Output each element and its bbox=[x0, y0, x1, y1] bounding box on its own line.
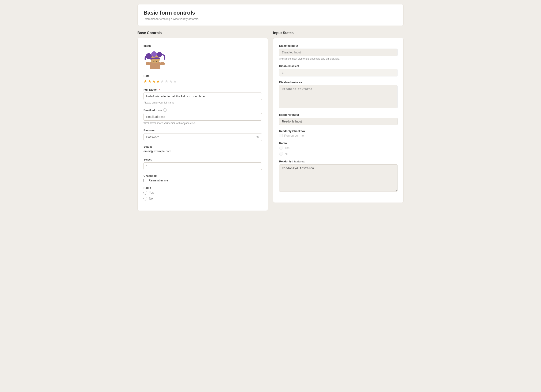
checkbox-wrapper: Remember me bbox=[144, 179, 262, 182]
svg-rect-1 bbox=[146, 62, 150, 65]
radio-no-label[interactable]: No bbox=[149, 197, 153, 200]
image-field-group: Image bbox=[144, 44, 262, 71]
page-subtitle: Examples for creating a wide variety of … bbox=[144, 17, 397, 21]
readonly-input bbox=[279, 118, 397, 125]
right-radio-yes-wrapper: Yes bbox=[279, 146, 397, 150]
full-name-label: Full Name: * bbox=[144, 88, 262, 91]
full-name-hint: Please enter your full name bbox=[144, 101, 262, 104]
right-radio-group-options: Yes No bbox=[279, 146, 397, 156]
email-label: Email address i bbox=[144, 108, 262, 112]
image-label: Image bbox=[144, 44, 151, 47]
star-rating[interactable]: ★ ★ ★ ★ ★ ★ ★ ★ bbox=[144, 79, 262, 84]
email-info-icon[interactable]: i bbox=[163, 108, 166, 112]
readonly-checkbox-input bbox=[279, 134, 282, 137]
email-hint: We'll never share your email with anyone… bbox=[144, 122, 262, 125]
svg-rect-2 bbox=[160, 62, 165, 65]
required-marker: * bbox=[158, 88, 160, 91]
star-2[interactable]: ★ bbox=[148, 79, 151, 84]
svg-point-6 bbox=[155, 60, 156, 60]
radio-label: Radio bbox=[144, 186, 262, 190]
email-input[interactable] bbox=[144, 113, 262, 121]
radio-yes-label[interactable]: Yes bbox=[149, 191, 154, 194]
rate-label: Rate bbox=[144, 74, 262, 77]
select-label: Select bbox=[144, 158, 262, 161]
select-input[interactable]: 1 2 3 bbox=[144, 162, 262, 170]
readonlyd-textarea: Readonlyd textarea bbox=[279, 164, 397, 192]
full-name-field-group: Full Name: * Please enter your full name bbox=[144, 88, 262, 104]
disabled-textarea-group: Disabled textarea Disabled textarea bbox=[279, 81, 397, 109]
star-8[interactable]: ★ bbox=[173, 79, 177, 84]
star-1[interactable]: ★ bbox=[144, 79, 147, 84]
password-input[interactable] bbox=[144, 133, 262, 141]
input-states-card: Disabled Input A disabled input element … bbox=[273, 38, 404, 203]
svg-point-9 bbox=[151, 51, 157, 57]
radio-no-wrapper: No bbox=[144, 197, 262, 201]
readonly-checkbox-wrapper: Remember me bbox=[279, 134, 397, 137]
star-7[interactable]: ★ bbox=[169, 79, 173, 84]
static-value: email@example.com bbox=[144, 149, 262, 154]
password-field-group: Password 👁 bbox=[144, 129, 262, 141]
left-column: Base Controls Image bbox=[137, 31, 268, 211]
disabled-textarea: Disabled textarea bbox=[279, 85, 397, 108]
right-radio-label: Radio bbox=[279, 141, 397, 145]
password-label: Password bbox=[144, 129, 262, 132]
disabled-input-hint: A disabled input element is unusable and… bbox=[279, 57, 397, 60]
disabled-input-label: Disabled Input bbox=[279, 44, 397, 47]
right-radio-yes-label: Yes bbox=[285, 146, 290, 150]
star-6[interactable]: ★ bbox=[165, 79, 168, 84]
readonlyd-textarea-label: Readonlyd textarea bbox=[279, 160, 397, 163]
disabled-select: 1 bbox=[279, 69, 397, 77]
disabled-select-group: Disabled select 1 bbox=[279, 64, 397, 77]
email-field-group: Email address i We'll never share your e… bbox=[144, 108, 262, 125]
page-header: Basic form controls Examples for creatin… bbox=[137, 4, 404, 26]
static-label: Static: bbox=[144, 145, 262, 148]
base-controls-card: Image bbox=[137, 38, 268, 211]
radio-field-group: Radio Yes No bbox=[144, 186, 262, 201]
password-wrapper: 👁 bbox=[144, 133, 262, 141]
readonly-input-group: Readonly Input bbox=[279, 113, 397, 125]
radio-yes-input[interactable] bbox=[144, 191, 147, 195]
static-field-group: Static: email@example.com bbox=[144, 145, 262, 154]
left-section-title: Base Controls bbox=[137, 31, 268, 35]
star-5[interactable]: ★ bbox=[160, 79, 164, 84]
disabled-select-label: Disabled select bbox=[279, 64, 397, 67]
checkbox-input[interactable] bbox=[144, 179, 147, 182]
rate-field-group: Rate ★ ★ ★ ★ ★ ★ ★ ★ bbox=[144, 74, 262, 84]
right-radio-no-input bbox=[279, 152, 283, 156]
main-columns: Base Controls Image bbox=[137, 31, 404, 211]
password-toggle-icon[interactable]: 👁 bbox=[256, 135, 260, 139]
disabled-input-group: Disabled Input A disabled input element … bbox=[279, 44, 397, 60]
jester-avatar bbox=[144, 50, 167, 69]
full-name-input[interactable] bbox=[144, 93, 262, 100]
right-section-title: Input States bbox=[273, 31, 404, 35]
right-radio-yes-input bbox=[279, 146, 283, 150]
star-4[interactable]: ★ bbox=[156, 79, 160, 84]
right-radio-no-label: No bbox=[285, 152, 288, 155]
readonly-checkbox-text: Remember me bbox=[284, 134, 304, 137]
checkbox-text[interactable]: Remember me bbox=[149, 179, 168, 182]
radio-yes-wrapper: Yes bbox=[144, 191, 262, 195]
star-3[interactable]: ★ bbox=[152, 79, 156, 84]
readonlyd-textarea-group: Readonlyd textarea Readonlyd textarea bbox=[279, 160, 397, 192]
checkbox-field-group: Checkbox Remember me bbox=[144, 174, 262, 182]
right-radio-group: Radio Yes No bbox=[279, 141, 397, 156]
disabled-textarea-label: Disabled textarea bbox=[279, 81, 397, 84]
right-column: Input States Disabled Input A disabled i… bbox=[273, 31, 404, 203]
right-radio-no-wrapper: No bbox=[279, 152, 397, 156]
radio-group: Yes No bbox=[144, 191, 262, 201]
radio-no-input[interactable] bbox=[144, 197, 147, 201]
readonly-input-label: Readonly Input bbox=[279, 113, 397, 116]
select-field-group: Select 1 2 3 bbox=[144, 158, 262, 170]
disabled-input bbox=[279, 49, 397, 56]
page-title: Basic form controls bbox=[144, 10, 397, 16]
readonly-checkbox-label: Readonly Checkbox bbox=[279, 129, 397, 133]
checkbox-label: Checkbox bbox=[144, 174, 262, 177]
readonly-checkbox-group: Readonly Checkbox Remember me bbox=[279, 129, 397, 137]
